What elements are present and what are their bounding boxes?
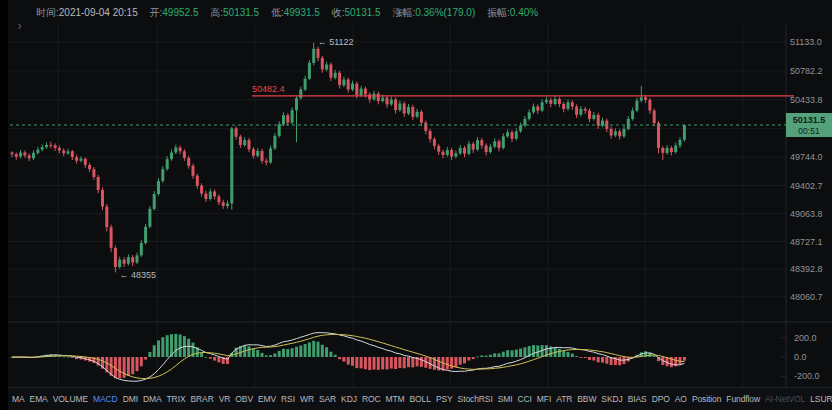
tab-stochrsi[interactable]: StochRSI (458, 394, 493, 404)
svg-text:48060.7: 48060.7 (790, 292, 823, 302)
svg-text:48392.8: 48392.8 (790, 264, 823, 274)
resistance-line[interactable]: 50482.4 (252, 84, 794, 96)
tab-psy[interactable]: PSY (436, 394, 453, 404)
tab-ema[interactable]: EMA (30, 394, 48, 404)
macd-dif-line (12, 333, 684, 382)
svg-text:0.0: 0.0 (794, 352, 807, 362)
ohlc-info-bar: 时间:2021-09-04 20:15 开:49952.5 高:50131.5 … (36, 6, 547, 20)
open-label: 开: (150, 7, 163, 18)
svg-text:50782.2: 50782.2 (790, 66, 823, 76)
change-value: 0.36%(179.0) (415, 7, 475, 18)
price-annotations: ← 51122← 48355 (119, 37, 353, 281)
tab-brar[interactable]: BRAR (190, 394, 213, 404)
tab-wr[interactable]: WR (300, 394, 314, 404)
low-value: 49931.5 (284, 7, 320, 18)
tab-mtm[interactable]: MTM (385, 394, 404, 404)
tab-obv[interactable]: OBV (235, 394, 253, 404)
tab-dmi[interactable]: DMI (123, 394, 138, 404)
svg-text:48727.1: 48727.1 (790, 237, 823, 247)
macd-dea-line (12, 334, 684, 378)
chart-canvas[interactable]: 50482.4← 51122← 4835551133.050782.250433… (8, 0, 832, 388)
change-label: 涨幅: (392, 7, 415, 18)
tab-smi[interactable]: SMI (498, 394, 513, 404)
tab-boll[interactable]: BOLL (410, 394, 431, 404)
tab-bias[interactable]: BIAS (628, 394, 647, 404)
tab-roc[interactable]: ROC (362, 394, 381, 404)
tab-emv[interactable]: EMV (258, 394, 276, 404)
grid-lines (8, 24, 786, 387)
svg-text:49744.0: 49744.0 (790, 152, 823, 162)
svg-text:49063.8: 49063.8 (790, 209, 823, 219)
tab-dma[interactable]: DMA (143, 394, 162, 404)
macd-axis: 200.00.0-200.0 (781, 333, 820, 382)
time-label: 时间: (36, 7, 59, 18)
tab-fundflow[interactable]: Fundflow (726, 394, 760, 404)
tab-dpo[interactable]: DPO (652, 394, 670, 404)
current-price-tag: 50131.500:51 (786, 113, 832, 137)
close-value: 50131.5 (344, 7, 380, 18)
svg-text:51133.0: 51133.0 (790, 37, 822, 47)
svg-text:50131.5: 50131.5 (793, 115, 826, 125)
expand-chevron-icon[interactable]: › (18, 20, 21, 33)
high-value: 50131.5 (223, 7, 259, 18)
macd-panel[interactable] (11, 333, 686, 382)
close-label: 收: (332, 7, 345, 18)
indicator-tab-bar: MAEMAVOLUMEMACDDMIDMATRIXBRARVROBVEMVRSI… (8, 387, 832, 410)
tab-skdj[interactable]: SKDJ (601, 394, 622, 404)
tab-macd[interactable]: MACD (93, 394, 118, 404)
svg-text:49402.7: 49402.7 (790, 181, 823, 191)
tab-rsi[interactable]: RSI (281, 394, 295, 404)
tab-ao[interactable]: AO (675, 394, 687, 404)
chart-panel: 时间:2021-09-04 20:15 开:49952.5 高:50131.5 … (8, 0, 832, 410)
tab-cci[interactable]: CCI (518, 394, 532, 404)
open-value: 49952.5 (162, 7, 198, 18)
tab-bbw[interactable]: BBW (577, 394, 596, 404)
svg-text:00:51: 00:51 (798, 126, 820, 136)
amplitude-value: 0.40% (510, 7, 538, 18)
indicator-tabs: MAEMAVOLUMEMACDDMIDMATRIXBRARVROBVEMVRSI… (12, 388, 832, 410)
high-label: 高: (210, 7, 223, 18)
tab-trix[interactable]: TRIX (167, 394, 186, 404)
svg-text:200.0: 200.0 (794, 333, 817, 343)
price-axis[interactable]: 51133.050782.250433.849744.049402.749063… (790, 37, 823, 302)
tab-volume[interactable]: VOLUME (53, 394, 88, 404)
svg-text:← 51122: ← 51122 (318, 37, 354, 47)
tab-ma[interactable]: MA (12, 394, 25, 404)
tab-sar[interactable]: SAR (319, 394, 336, 404)
trading-terminal: 时间:2021-09-04 20:15 开:49952.5 高:50131.5 … (0, 0, 832, 410)
amplitude-label: 振幅: (487, 7, 510, 18)
tab-position[interactable]: Position (692, 394, 721, 404)
svg-text:50433.8: 50433.8 (790, 95, 823, 105)
low-label: 低: (271, 7, 284, 18)
tab-ai-netvol[interactable]: AI-NetVOL (765, 394, 805, 404)
svg-text:← 48355: ← 48355 (119, 270, 156, 280)
svg-text:-200.0: -200.0 (794, 371, 820, 381)
time-value: 2021-09-04 20:15 (59, 7, 138, 18)
tab-atr[interactable]: ATR (556, 394, 572, 404)
tab-kdj[interactable]: KDJ (341, 394, 357, 404)
resistance-price-label: 50482.4 (252, 84, 285, 94)
tab-mfi[interactable]: MFI (537, 394, 551, 404)
tab-lsur[interactable]: LSUR (810, 394, 832, 404)
tab-vr[interactable]: VR (219, 394, 231, 404)
